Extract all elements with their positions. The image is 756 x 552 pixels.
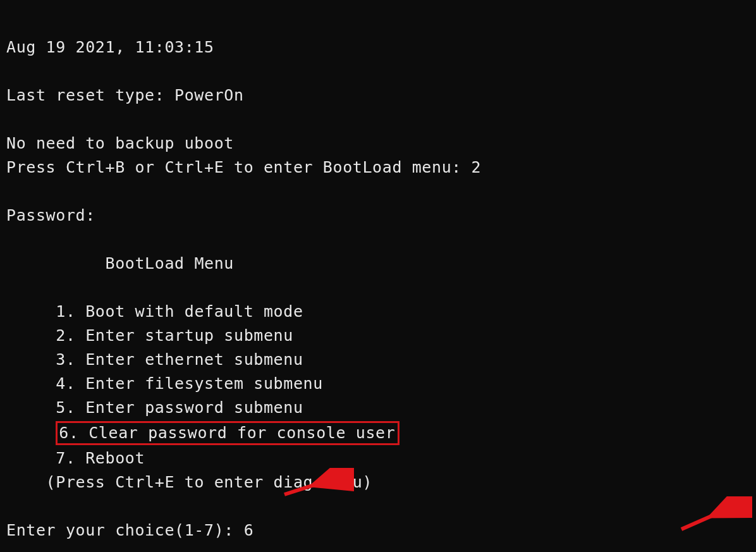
menu-item-indent bbox=[6, 350, 56, 369]
menu-item-5: 5. Enter password submenu bbox=[56, 398, 303, 417]
password-prompt: Password: bbox=[6, 206, 95, 224]
menu-title: BootLoad Menu bbox=[106, 254, 234, 273]
diag-indent bbox=[6, 473, 46, 491]
reset-line: Last reset type: PowerOn bbox=[6, 86, 244, 104]
menu-item-indent bbox=[6, 374, 56, 393]
menu-item-indent bbox=[6, 449, 56, 467]
choice-line: Enter your choice(1-7): 6 bbox=[6, 521, 253, 539]
menu-item-indent bbox=[6, 326, 56, 345]
diag-line: (Press Ctrl+E to enter diag menu) bbox=[46, 473, 373, 491]
backup-line: No need to backup uboot bbox=[6, 134, 234, 152]
menu-item-7: 7. Reboot bbox=[56, 449, 145, 467]
menu-item-2: 2. Enter startup submenu bbox=[56, 326, 293, 345]
press-line: Press Ctrl+B or Ctrl+E to enter BootLoad… bbox=[6, 158, 481, 176]
timestamp-line: Aug 19 2021, 11:03:15 bbox=[6, 38, 214, 56]
menu-item-1: 1. Boot with default mode bbox=[56, 302, 303, 321]
menu-item-4: 4. Enter filesystem submenu bbox=[56, 374, 323, 393]
menu-item-3: 3. Enter ethernet submenu bbox=[56, 350, 303, 369]
svg-line-1 bbox=[681, 501, 745, 529]
menu-item-indent bbox=[6, 302, 56, 321]
menu-item-indent bbox=[6, 398, 56, 417]
arrow-annotation-2 bbox=[670, 496, 752, 541]
terminal-screen[interactable]: Aug 19 2021, 11:03:15 Last reset type: P… bbox=[0, 0, 756, 552]
menu-item-6-highlighted: 6. Clear password for console user bbox=[56, 421, 399, 445]
menu-title-indent bbox=[6, 254, 106, 273]
menu-item-indent bbox=[6, 424, 56, 442]
